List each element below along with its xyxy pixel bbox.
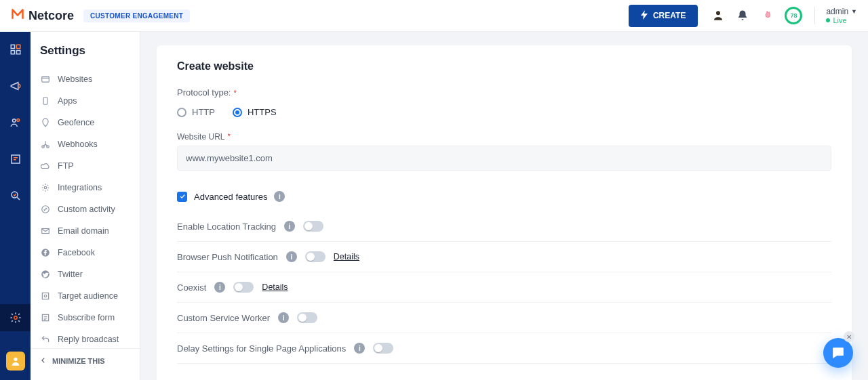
svg-rect-2 bbox=[16, 45, 20, 48]
create-button[interactable]: CREATE bbox=[629, 5, 698, 27]
feature-row: Custom Service Workeri bbox=[177, 303, 831, 333]
sidebar-item-twitter[interactable]: Twitter bbox=[31, 263, 140, 285]
bell-icon[interactable] bbox=[736, 9, 749, 22]
fire-icon[interactable] bbox=[760, 9, 774, 22]
rail-audience[interactable] bbox=[7, 114, 24, 131]
sidebar-item-webhooks[interactable]: Webhooks bbox=[31, 133, 140, 155]
person-icon[interactable] bbox=[711, 9, 725, 22]
feature-label: Enable Location Tracking bbox=[177, 221, 276, 232]
sidebar-title: Settings bbox=[31, 44, 140, 68]
sidebar-item-apps[interactable]: Apps bbox=[31, 90, 140, 112]
sidebar-item-label: Twitter bbox=[58, 270, 83, 279]
feature-row: Delay Settings for Single Page Applicati… bbox=[177, 333, 831, 364]
chat-dismiss[interactable]: ✕ bbox=[844, 331, 854, 342]
topbar: Netcore CUSTOMER ENGAGEMENT CREATE 78 ad… bbox=[0, 0, 868, 32]
protocol-radio-group: HTTP HTTPS bbox=[177, 107, 831, 117]
protocol-label-text: Protocol type: bbox=[177, 87, 231, 98]
sidebar-item-email-domain[interactable]: Email domain bbox=[31, 220, 140, 242]
sidebar-item-label: Email domain bbox=[58, 226, 109, 236]
protocol-http-option[interactable]: HTTP bbox=[177, 107, 215, 117]
sidebar-item-label: Apps bbox=[58, 96, 77, 106]
svg-rect-20 bbox=[42, 293, 48, 299]
sidebar-item-websites[interactable]: Websites bbox=[31, 68, 140, 90]
mail-icon bbox=[40, 226, 51, 236]
sidebar-item-subscribe-form[interactable]: Subscribe form bbox=[31, 307, 140, 329]
info-icon[interactable]: i bbox=[284, 221, 295, 232]
protocol-https-option[interactable]: HTTPS bbox=[233, 107, 277, 117]
hook-icon bbox=[40, 139, 51, 150]
sidebar-item-custom-activity[interactable]: Custom activity bbox=[31, 198, 140, 220]
svg-point-9 bbox=[14, 316, 17, 320]
rail-content[interactable] bbox=[7, 151, 24, 167]
protocol-label: Protocol type: * bbox=[177, 87, 831, 98]
rail-profile[interactable] bbox=[6, 352, 25, 371]
rail-analytics[interactable] bbox=[7, 188, 24, 204]
user-menu[interactable]: admin ▼ Live bbox=[814, 7, 857, 24]
protocol-https-label: HTTPS bbox=[248, 107, 277, 117]
info-icon[interactable]: i bbox=[354, 343, 365, 354]
feature-toggle[interactable] bbox=[297, 312, 317, 323]
sidebar-item-label: Target audience bbox=[58, 291, 118, 301]
brand-logo[interactable]: Netcore bbox=[11, 7, 74, 24]
feature-toggle[interactable] bbox=[303, 221, 323, 232]
facebook-icon bbox=[40, 247, 51, 258]
logo-mark-icon bbox=[11, 7, 24, 24]
device-icon bbox=[40, 96, 51, 106]
sidebar-item-label: Geofence bbox=[58, 118, 94, 127]
feature-toggle[interactable] bbox=[305, 251, 326, 262]
svg-rect-4 bbox=[16, 51, 20, 54]
rail-settings[interactable] bbox=[0, 304, 31, 331]
svg-point-0 bbox=[716, 11, 720, 15]
rail-dashboard[interactable] bbox=[7, 41, 24, 58]
sidebar-item-facebook[interactable]: Facebook bbox=[31, 242, 140, 263]
advanced-checkbox[interactable] bbox=[177, 192, 187, 202]
sidebar-item-label: Webhooks bbox=[58, 140, 98, 149]
score-value: 78 bbox=[790, 12, 797, 19]
sidebar-item-integrations[interactable]: Integrations bbox=[31, 177, 140, 198]
sidebar-item-label: Facebook bbox=[58, 248, 95, 257]
sidebar-item-ftp[interactable]: FTP bbox=[31, 155, 140, 177]
website-url-input[interactable] bbox=[177, 146, 831, 171]
page-title: Create website bbox=[177, 60, 831, 72]
svg-rect-1 bbox=[11, 45, 14, 48]
minimize-sidebar[interactable]: MINIMIZE THIS bbox=[31, 348, 140, 373]
user-name: admin bbox=[826, 7, 848, 16]
radio-icon bbox=[233, 108, 242, 117]
advanced-features-row: Advanced features i bbox=[177, 191, 831, 202]
sidebar-item-label: Subscribe form bbox=[58, 313, 115, 322]
sidebar-item-target-audience[interactable]: Target audience bbox=[31, 285, 140, 307]
sidebar-item-reply-broadcast[interactable]: Reply broadcast bbox=[31, 329, 140, 348]
settings-sidebar: Settings WebsitesAppsGeofenceWebhooksFTP… bbox=[31, 32, 140, 380]
required-star-icon: * bbox=[227, 132, 230, 142]
info-icon[interactable]: i bbox=[278, 312, 289, 323]
svg-point-8 bbox=[12, 192, 18, 198]
info-icon[interactable]: i bbox=[274, 191, 285, 202]
caret-down-icon: ▼ bbox=[851, 8, 857, 15]
info-icon[interactable]: i bbox=[214, 282, 225, 293]
twitter-icon bbox=[40, 269, 51, 280]
chevron-left-icon bbox=[40, 357, 47, 365]
feature-toggle[interactable] bbox=[373, 343, 393, 354]
feature-row: CoexistiDetails bbox=[177, 272, 831, 303]
bolt-icon bbox=[641, 10, 648, 22]
sidebar-item-geofence[interactable]: Geofence bbox=[31, 112, 140, 133]
sidebar-item-label: Reply broadcast bbox=[58, 335, 119, 344]
svg-rect-11 bbox=[42, 77, 50, 82]
nav-rail bbox=[0, 32, 31, 380]
main-scroll: Create website Protocol type: * HTTP HTT… bbox=[140, 32, 868, 380]
reply-icon bbox=[40, 334, 51, 345]
rail-campaigns[interactable] bbox=[7, 78, 24, 94]
feature-list: Enable Location TrackingiBrowser Push No… bbox=[177, 218, 831, 364]
details-link[interactable]: Details bbox=[262, 282, 288, 292]
pin-icon bbox=[40, 117, 51, 128]
svg-rect-12 bbox=[43, 98, 47, 105]
details-link[interactable]: Details bbox=[334, 252, 359, 261]
required-star-icon: * bbox=[234, 89, 237, 97]
activity-icon bbox=[40, 204, 51, 215]
advanced-label: Advanced features bbox=[194, 192, 267, 202]
chat-launcher[interactable] bbox=[823, 338, 853, 368]
sidebar-item-label: Integrations bbox=[58, 183, 102, 192]
feature-toggle[interactable] bbox=[233, 282, 254, 293]
score-ring[interactable]: 78 bbox=[785, 7, 802, 24]
info-icon[interactable]: i bbox=[286, 251, 297, 262]
